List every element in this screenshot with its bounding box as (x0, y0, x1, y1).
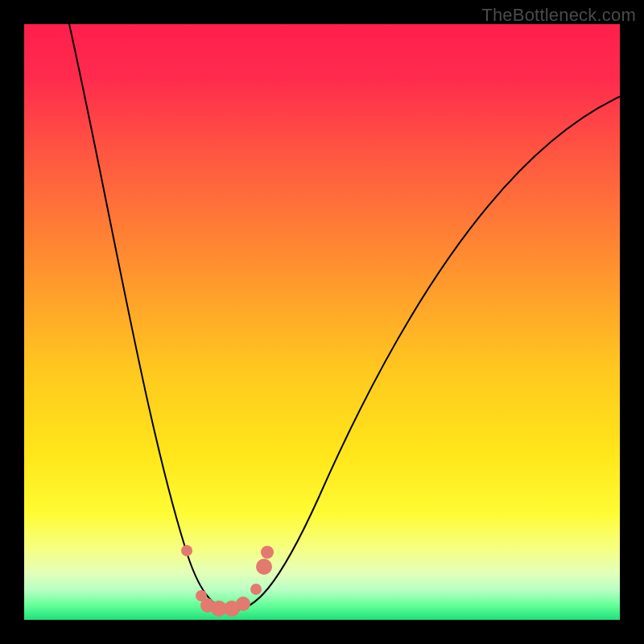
curve-marker (261, 546, 274, 559)
curve-marker (181, 545, 192, 556)
curve-marker (256, 559, 272, 575)
watermark-text: TheBottleneck.com (481, 5, 636, 26)
curve-marker (236, 597, 250, 611)
curve-marker (250, 584, 262, 595)
bottleneck-chart (0, 0, 644, 644)
plot-background (24, 24, 620, 620)
chart-stage: TheBottleneck.com (0, 0, 644, 644)
